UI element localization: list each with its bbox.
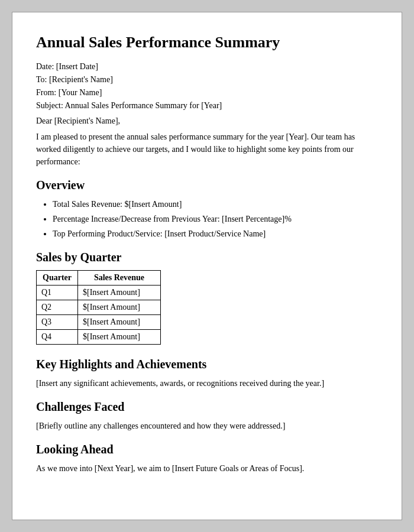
- meta-date: Date: [Insert Date]: [36, 62, 378, 72]
- table-cell-q3-revenue: $[Insert Amount]: [78, 315, 161, 330]
- table-row: Q1 $[Insert Amount]: [37, 286, 161, 300]
- table-cell-q4: Q4: [37, 330, 78, 345]
- challenges-placeholder: [Briefly outline any challenges encounte…: [36, 420, 378, 432]
- meta-subject: Subject: Annual Sales Performance Summar…: [36, 101, 378, 111]
- key-highlights-heading: Key Highlights and Achievements: [36, 358, 378, 371]
- overview-list: Total Sales Revenue: $[Insert Amount] Pe…: [36, 198, 378, 240]
- table-cell-q2-revenue: $[Insert Amount]: [78, 300, 161, 315]
- sales-quarter-heading: Sales by Quarter: [36, 251, 378, 264]
- table-header-quarter: Quarter: [37, 271, 78, 286]
- challenges-heading: Challenges Faced: [36, 400, 378, 414]
- looking-ahead-heading: Looking Ahead: [36, 443, 378, 456]
- meta-to: To: [Recipient's Name]: [36, 75, 378, 85]
- list-item: Total Sales Revenue: $[Insert Amount]: [53, 198, 378, 210]
- table-cell-q3: Q3: [37, 315, 78, 330]
- looking-ahead-text: As we move into [Next Year], we aim to […: [36, 462, 378, 475]
- table-cell-q2: Q2: [37, 300, 78, 315]
- dear-line: Dear [Recipient's Name],: [36, 116, 378, 126]
- table-cell-q1: Q1: [37, 286, 78, 300]
- table-row: Q4 $[Insert Amount]: [37, 330, 161, 345]
- key-highlights-placeholder: [Insert any significant achievements, aw…: [36, 377, 378, 390]
- table-header-revenue: Sales Revenue: [78, 271, 161, 286]
- overview-heading: Overview: [36, 179, 378, 192]
- sales-table: Quarter Sales Revenue Q1 $[Insert Amount…: [36, 270, 161, 345]
- table-cell-q1-revenue: $[Insert Amount]: [78, 286, 161, 300]
- table-cell-q4-revenue: $[Insert Amount]: [78, 330, 161, 345]
- list-item: Percentage Increase/Decrease from Previo…: [53, 213, 378, 225]
- document-title: Annual Sales Performance Summary: [36, 34, 378, 51]
- table-row: Q2 $[Insert Amount]: [37, 300, 161, 315]
- intro-paragraph: I am pleased to present the annual sales…: [36, 131, 378, 168]
- list-item: Top Performing Product/Service: [Insert …: [53, 228, 378, 240]
- document-page: Annual Sales Performance Summary Date: […: [12, 12, 402, 520]
- table-row: Q3 $[Insert Amount]: [37, 315, 161, 330]
- meta-from: From: [Your Name]: [36, 88, 378, 98]
